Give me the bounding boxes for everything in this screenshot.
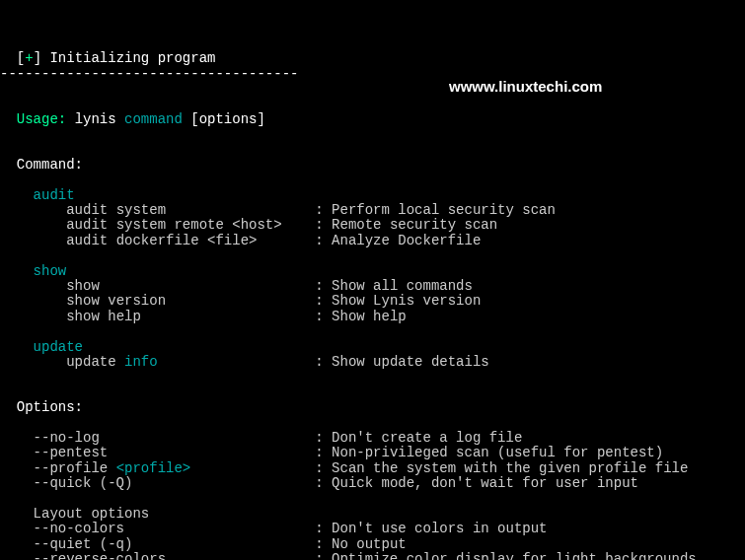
opt-profile-flag-1: --profile <box>34 460 116 476</box>
rule-line-1: ------------------------------------ <box>0 67 745 82</box>
usage-label: Usage: <box>17 111 66 127</box>
watermark-text: wwww.linuxtechi.com <box>449 79 602 96</box>
show-cmd: show <box>66 278 100 294</box>
opt-quick-flag: --quick (-Q) <box>34 475 133 491</box>
opt-quick-desc: Quick mode, don't wait for user input <box>332 475 638 491</box>
opt-pentest-flag: --pentest <box>34 445 109 460</box>
show-version-cmd: show version <box>66 293 166 309</box>
plus-icon: + <box>25 50 33 66</box>
show-help-desc: Show help <box>332 309 407 324</box>
command-header: Command: <box>17 157 83 173</box>
update-info-cmd-2: info <box>124 354 158 370</box>
audit-docker-desc: Analyze Dockerfile <box>332 233 481 248</box>
audit-docker-cmd: audit dockerfile <file> <box>66 233 257 248</box>
show-desc: Show all commands <box>332 278 473 294</box>
options-header: Options: <box>17 399 83 415</box>
usage-options: [options] <box>183 111 265 127</box>
bracket-open: [ <box>17 50 25 66</box>
opt-profile-flag-2: <profile> <box>116 460 191 476</box>
update-info-cmd-1: update <box>66 354 124 370</box>
audit-label: audit <box>34 187 75 203</box>
opt-nocolors-desc: Don't use colors in output <box>332 521 547 536</box>
audit-remote-cmd: audit system remote <host> <box>66 217 281 233</box>
opt-nolog-flag: --no-log <box>34 430 100 446</box>
terminal-output: [+] Initializing program----------------… <box>0 45 745 560</box>
opt-pentest-desc: Non-privileged scan (useful for pentest) <box>332 445 663 460</box>
show-version-desc: Show Lynis version <box>332 293 481 309</box>
usage-command: command <box>124 111 183 127</box>
opt-quiet-flag: --quiet (-q) <box>34 536 133 552</box>
bracket-close: ] <box>34 50 41 66</box>
opt-quiet-desc: No output <box>332 536 407 552</box>
opt-revcolors-desc: Optimize color display for light backgro… <box>332 551 697 560</box>
audit-remote-desc: Remote security scan <box>332 217 497 233</box>
audit-system-desc: Perform local security scan <box>332 202 556 218</box>
update-label: update <box>34 339 83 355</box>
opt-nocolors-flag: --no-colors <box>34 521 124 536</box>
show-help-cmd: show help <box>66 309 141 324</box>
layout-options-header: Layout options <box>34 506 150 522</box>
usage-prog: lynis <box>66 111 124 127</box>
opt-nolog-desc: Don't create a log file <box>332 430 522 446</box>
audit-system-cmd: audit system <box>66 202 166 218</box>
opt-profile-desc: Scan the system with the given profile f… <box>332 460 688 476</box>
opt-revcolors-flag: --reverse-colors <box>34 551 166 560</box>
update-info-desc: Show update details <box>332 354 489 370</box>
init-title: Initializing program <box>41 50 215 66</box>
show-label: show <box>34 263 67 279</box>
